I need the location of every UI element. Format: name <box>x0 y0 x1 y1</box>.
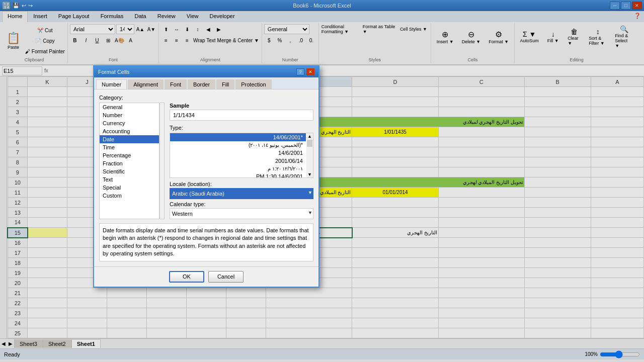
category-list[interactable]: General Number Currency Accounting Date … <box>99 103 159 219</box>
type-item-3[interactable]: 2001/06/14 <box>170 157 306 165</box>
sample-value: 1/1/1434 <box>173 112 195 118</box>
locale-value: Arabic (Saudi Arabia) <box>172 191 224 197</box>
category-time[interactable]: Time <box>100 143 159 151</box>
dialog-tabs: Number Alignment Font Border Fill Protec… <box>94 77 318 89</box>
type-item-5[interactable]: 14/6/2001 1:30 PM <box>170 172 306 178</box>
dialog-tab-number[interactable]: Number <box>96 79 127 89</box>
category-number[interactable]: Number <box>100 111 159 119</box>
sample-box: 1/1/1434 <box>170 110 313 121</box>
dialog-tab-alignment[interactable]: Alignment <box>128 79 164 89</box>
description-box: Date formats display date and time seria… <box>99 223 313 261</box>
locale-select-wrap: Arabic (Saudi Arabia) ▼ <box>170 188 313 199</box>
ok-button[interactable]: OK <box>169 271 204 283</box>
locale-dropdown[interactable]: Arabic (Saudi Arabia) <box>170 188 313 199</box>
type-item-4[interactable]: ١٢/٦/٢٠٠١ ١:٢٠ م <box>170 165 306 172</box>
description-text: Date formats display date and time seria… <box>103 227 309 256</box>
type-label: Type: <box>170 125 313 131</box>
category-list-container: General Number Currency Accounting Date … <box>99 103 165 219</box>
category-special[interactable]: Special <box>100 184 159 192</box>
scroll-up-button[interactable]: ▲ <box>306 133 313 139</box>
category-date[interactable]: Date <box>100 135 159 143</box>
calendar-label: Calendar type: <box>170 201 313 207</box>
category-currency[interactable]: Currency <box>100 119 159 127</box>
dialog-tab-border[interactable]: Border <box>188 79 215 89</box>
scroll-thumb[interactable] <box>307 140 312 147</box>
dialog-title-buttons: ? ✕ <box>296 68 314 75</box>
dialog-help-button[interactable]: ? <box>296 68 304 75</box>
category-accounting[interactable]: Accounting <box>100 127 159 135</box>
category-scrollbar[interactable] <box>159 103 165 219</box>
dialog-tab-fill[interactable]: Fill <box>216 79 234 89</box>
category-label: Category: <box>99 95 313 101</box>
type-list[interactable]: *14/06/2001 *(الخميس، يونيو ١٤، ٢٠٠١) 14… <box>170 133 313 178</box>
dialog-footer: OK Cancel <box>94 266 318 287</box>
type-list-scrollbar[interactable]: ▲ ▼ <box>306 133 313 178</box>
type-item-1[interactable]: *(الخميس، يونيو ١٤، ٢٠٠١) <box>170 141 306 149</box>
category-fraction[interactable]: Fraction <box>100 159 159 167</box>
category-custom[interactable]: Custom <box>100 192 159 200</box>
right-col: Sample 1/1/1434 Type: *14/06/2001 *(الخم… <box>170 103 313 219</box>
calendar-select-wrap: Western ▼ <box>170 208 313 219</box>
category-percentage[interactable]: Percentage <box>100 151 159 159</box>
locale-label: Locale (location): <box>170 181 313 187</box>
sample-label: Sample <box>170 103 313 109</box>
two-col-layout: General Number Currency Accounting Date … <box>99 103 313 219</box>
excel-window: 🔢 💾 ↩ ↪ Book6 - Microsoft Excel ─ □ ✕ Ho… <box>0 0 644 362</box>
cancel-button[interactable]: Cancel <box>208 271 244 283</box>
dialog-tab-font[interactable]: Font <box>165 79 187 89</box>
calendar-dropdown[interactable]: Western <box>170 208 313 219</box>
dialog-body: Category: General Number Currency Accoun… <box>94 89 318 266</box>
scroll-track[interactable] <box>306 147 313 171</box>
type-list-wrapper: *14/06/2001 *(الخميس، يونيو ١٤، ٢٠٠١) 14… <box>170 133 313 178</box>
category-general[interactable]: General <box>100 103 159 111</box>
type-item-2[interactable]: 14/6/2001 <box>170 149 306 157</box>
dialog-title-bar: Format Cells ? ✕ <box>94 66 318 77</box>
dialog-title-text: Format Cells <box>98 69 129 75</box>
dialog-close-button[interactable]: ✕ <box>306 68 314 75</box>
dialog-tab-protection[interactable]: Protection <box>235 79 272 89</box>
type-item-0[interactable]: *14/06/2001 <box>170 133 306 141</box>
category-text[interactable]: Text <box>100 175 159 184</box>
category-scientific[interactable]: Scientific <box>100 167 159 175</box>
format-cells-dialog: Format Cells ? ✕ Number Alignment Font B… <box>93 65 319 288</box>
calendar-value: Western <box>172 211 193 217</box>
scroll-down-button[interactable]: ▼ <box>306 171 313 177</box>
